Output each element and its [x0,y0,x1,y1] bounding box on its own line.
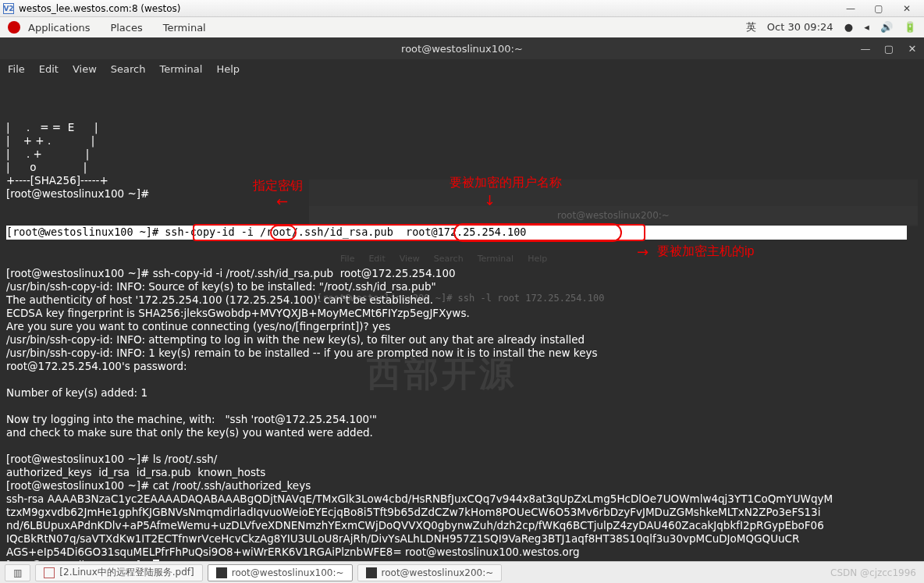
taskbar-label: [2.Linux中的远程登陆服务.pdf] [59,566,194,579]
battery-icon[interactable]: 🔋 [904,21,916,33]
terminal-submenu[interactable]: Terminal [159,63,202,75]
terminal-min-button[interactable]: — [854,37,877,59]
term-line: | + + . | [6,134,94,147]
term-prompt: [root@westoslinux100 ~]# ls /root/.ssh/ [6,453,217,465]
status-dot: ● [844,21,853,33]
help-menu[interactable]: Help [216,63,240,75]
taskbar-label: root@westoslinux100:~ [232,567,344,578]
volume-icon[interactable]: 🔊 [880,21,893,33]
term-line: | . = = E | [6,121,98,133]
view-menu[interactable]: View [73,63,97,75]
activities-icon[interactable] [8,21,20,34]
annotation-circle-user-ip [453,223,622,242]
terminal-close-button[interactable]: ✕ [901,37,924,59]
terminal-icon [216,567,227,578]
watermark: 西部开源 [367,367,517,380]
search-menu[interactable]: Search [111,63,146,75]
term-line [6,373,9,386]
ime-indicator[interactable]: 英 [746,21,756,33]
annotation-label-user: 要被加密的用户名称 [450,175,562,191]
background-terminal: root@westoslinux200:~ FileEditViewSearch… [309,180,918,226]
vnc-icon: V2 [3,3,14,14]
term-line [6,439,9,452]
pdf-icon [44,567,55,578]
workspace-icon: ▥ [13,567,22,578]
arrow-right-icon: → [637,244,649,260]
network-icon[interactable]: ◂ [864,21,869,33]
system-tray: 英 Oct 30 09:24 ● ◂ 🔊 🔋 [738,20,916,34]
term-line: Number of key(s) added: 1 [6,386,147,399]
annotation-label-ip: 要被加密主机的ip [657,244,754,260]
terminal-title: root@westoslinux100:~ [401,43,523,55]
term-prompt: [root@westoslinux100 ~]# cat /root/.ssh/… [6,479,311,492]
term-line: | o | [6,161,87,173]
term-line: Are you sure you want to continue connec… [6,320,390,332]
terminal-icon [366,567,377,578]
terminal-body[interactable]: 西部开源 root@westoslinux200:~ FileEditViewS… [0,78,924,583]
taskbar-item-pdf[interactable]: [2.Linux中的远程登陆服务.pdf] [35,564,202,581]
vnc-title: westos_lee.westos.com:8 (westos) [19,3,180,14]
taskbar-item-terminal1[interactable]: root@westoslinux100:~ [208,564,353,581]
places-menu[interactable]: Places [110,22,142,34]
background-terminal-menu: FileEditViewSearchTerminalHelp [309,251,918,265]
arrow-down-icon: ↓ [274,196,290,208]
vnc-title-bar: V2 westos_lee.westos.com:8 (westos) — ▢ … [0,0,924,17]
vnc-min-button[interactable]: — [837,0,865,17]
desktop: westos Trash docs root@westoslinux100:~ … [0,37,924,561]
term-line: +----[SHA256]-----+ [6,174,108,187]
term-line: root@172.25.254.100's password: [6,360,190,372]
term-line [6,201,9,213]
clock[interactable]: Oct 30 09:24 [767,21,833,33]
term-prompt: [root@westoslinux100 ~]# [6,187,153,200]
term-line: /usr/bin/ssh-copy-id: INFO: attempting t… [6,333,585,346]
taskbar-item-terminal2[interactable]: root@westoslinux200:~ [357,564,503,581]
background-terminal-title: root@westoslinux200:~ [309,206,918,225]
term-line: ssh-rsa AAAAB3NzaC1yc2EAAAADAQABAAABgQDj… [6,492,833,505]
gnome-top-panel: Applications Places Terminal 英 Oct 30 09… [0,17,924,37]
term-line: | . + | [6,148,89,160]
vnc-max-button[interactable]: ▢ [865,0,893,17]
term-line: tzxM9gxvdb62JmHe1gphfKJGBNVsNmqmdirladIq… [6,506,820,518]
background-terminal-line: [root@westoslinux200 ~]# ssh -l root 172… [309,292,918,305]
term-line: AGS+eIp54Di6GO31squMELPfrFhPuQsi9O8+wiWr… [6,546,580,558]
term-line: authorized_keys id_rsa id_rsa.pub known_… [6,466,265,478]
annotation-label-keyspec: 指定密钥 [253,178,303,194]
terminal-max-button[interactable]: ▢ [877,37,901,59]
taskbar: ▥ [2.Linux中的远程登陆服务.pdf] root@westoslinux… [0,561,924,583]
vnc-close-button[interactable]: ✕ [893,0,921,17]
term-line: nd/6LBUpuxAPdnKDlv+aP5AfmeWemu+uzDLVfveX… [6,519,824,531]
term-line [6,254,9,266]
applications-menu[interactable]: Applications [28,22,90,34]
term-line: Now try logging into the machine, with: … [6,413,377,425]
terminal-title-bar[interactable]: root@westoslinux100:~ — ▢ ✕ [0,37,924,59]
edit-menu[interactable]: Edit [39,63,59,75]
terminal-menu-bar: File Edit View Search Terminal Help [0,59,924,78]
taskbar-showdesktop[interactable]: ▥ [5,564,30,581]
term-line: IQcBkRtN07q/saVTXdKw1IT2ECTfnwrVceHcvCkz… [6,532,799,545]
term-line: and check to make sure that only the key… [6,426,373,439]
watermark-csdn: CSDN @cjzcc1996 [830,567,916,578]
term-line [6,400,9,412]
terminal-menu[interactable]: Terminal [163,22,206,34]
terminal-window: root@westoslinux100:~ — ▢ ✕ File Edit Vi… [0,37,924,561]
arrow-down-icon: ↓ [484,192,496,208]
file-menu[interactable]: File [8,63,25,75]
taskbar-label: root@westoslinux200:~ [382,567,494,578]
term-line [6,214,9,226]
annotation-circle-i-flag [270,225,297,240]
term-line [6,240,9,253]
